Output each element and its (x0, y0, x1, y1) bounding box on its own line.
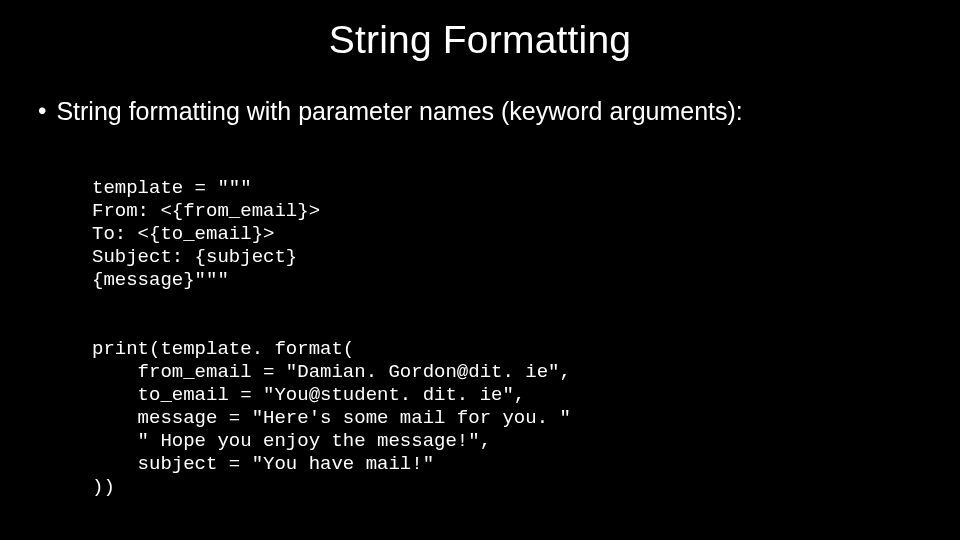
code-line: to_email = "You@student. dit. ie", (92, 384, 525, 406)
slide-title: String Formatting (48, 18, 912, 62)
code-line: " Hope you enjoy the message!", (92, 430, 491, 452)
code-line: print(template. format( (92, 338, 354, 360)
code-block: template = """ From: <{from_email}> To: … (92, 154, 912, 499)
code-line: {message}""" (92, 269, 229, 291)
slide: String Formatting • String formatting wi… (0, 0, 960, 540)
code-line: To: <{to_email}> (92, 223, 274, 245)
code-line: from_email = "Damian. Gordon@dit. ie", (92, 361, 571, 383)
code-line: From: <{from_email}> (92, 200, 320, 222)
bullet-dot-icon: • (38, 96, 46, 126)
bullet-text: String formatting with parameter names (… (56, 96, 742, 126)
code-line: subject = "You have mail!" (92, 453, 434, 475)
code-blank-line (92, 292, 912, 315)
code-line: )) (92, 476, 115, 498)
code-line: Subject: {subject} (92, 246, 297, 268)
code-line: message = "Here's some mail for you. " (92, 407, 571, 429)
code-line: template = """ (92, 177, 252, 199)
bullet-item: • String formatting with parameter names… (48, 96, 912, 126)
